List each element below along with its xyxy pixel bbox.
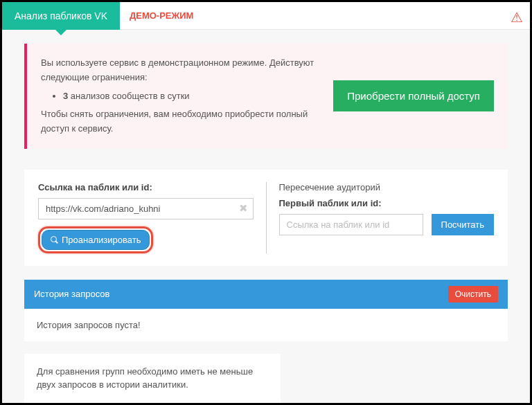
search-icon (51, 236, 58, 244)
public-url-input[interactable] (38, 198, 254, 219)
buy-access-button[interactable]: Приобрести полный доступ (333, 80, 494, 111)
top-tabs: Анализ пабликов VK ДЕМО-РЕЖИМ ⚠ (2, 2, 530, 30)
intersect-input[interactable] (279, 214, 423, 235)
calculate-button[interactable]: Посчитать (432, 214, 494, 235)
clear-input-icon[interactable]: ✖ (239, 202, 248, 215)
intersect-label: Первый паблик или id: (279, 198, 495, 208)
analyze-highlight-ring: Проанализировать (38, 226, 153, 253)
compare-note: Для сравнения групп необходимо иметь не … (24, 354, 281, 403)
demo-mode-label: ДЕМО-РЕЖИМ (120, 10, 203, 21)
analysis-panel: Ссылка на паблик или id: ✖ Проанализиров… (24, 170, 508, 266)
analyze-button[interactable]: Проанализировать (42, 230, 150, 250)
history-empty-text: История запросов пуста! (24, 309, 508, 341)
alert-outro: Чтобы снять ограничения, вам необходимо … (41, 107, 319, 136)
warning-icon[interactable]: ⚠ (511, 9, 523, 26)
alert-limit-item: 3 анализов сообществ в сутки (63, 89, 319, 104)
intersect-heading: Пересечение аудиторий (279, 182, 495, 192)
history-panel: История запросов Очистить История запрос… (24, 280, 508, 341)
tab-analysis[interactable]: Анализ пабликов VK (2, 2, 120, 30)
clear-history-button[interactable]: Очистить (448, 286, 498, 303)
demo-alert: Вы используете сервис в демонстрационном… (24, 44, 508, 149)
history-title: История запросов (34, 289, 110, 299)
alert-intro: Вы используете сервис в демонстрационном… (41, 56, 319, 85)
analyze-label: Ссылка на паблик или id: (38, 182, 254, 192)
